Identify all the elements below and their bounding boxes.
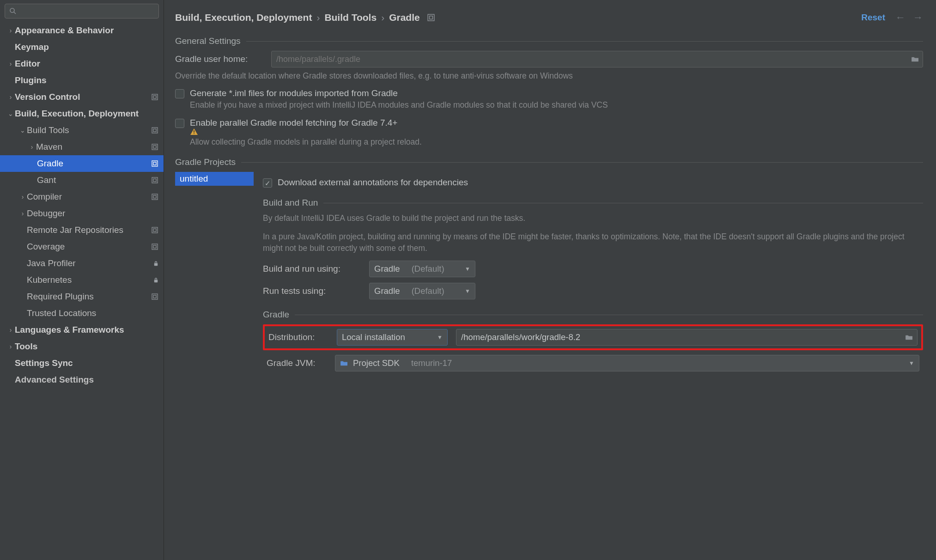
sidebar-item-compiler[interactable]: ›Compiler bbox=[0, 189, 164, 205]
project-scope-icon bbox=[151, 176, 159, 184]
crumb-2[interactable]: Build Tools bbox=[324, 12, 377, 23]
chevron-down-icon: ⌄ bbox=[18, 127, 27, 134]
settings-main: Build, Execution, Deployment › Build Too… bbox=[164, 0, 936, 560]
sidebar-item-java-profiler[interactable]: Java Profiler bbox=[0, 255, 164, 272]
sidebar-item-keymap[interactable]: Keymap bbox=[0, 39, 164, 55]
svg-rect-16 bbox=[152, 244, 158, 250]
parallel-fetch-hint: Allow collecting Gradle models in parall… bbox=[190, 136, 422, 148]
run-tests-label: Run tests using: bbox=[263, 286, 360, 296]
project-scope-icon bbox=[151, 226, 159, 234]
download-annotations-checkbox[interactable] bbox=[263, 178, 272, 188]
gradle-project-item[interactable]: untitled bbox=[175, 172, 254, 186]
svg-rect-24 bbox=[194, 130, 194, 133]
sidebar-item-advanced[interactable]: Advanced Settings bbox=[0, 371, 164, 388]
build-run-desc1: By default IntelliJ IDEA uses Gradle to … bbox=[263, 213, 923, 224]
chevron-right-icon: › bbox=[18, 210, 27, 217]
reset-link[interactable]: Reset bbox=[861, 12, 885, 23]
svg-rect-20 bbox=[152, 294, 158, 299]
svg-rect-13 bbox=[153, 195, 156, 198]
svg-rect-11 bbox=[153, 179, 156, 182]
sidebar-item-editor[interactable]: ›Editor bbox=[0, 55, 164, 72]
svg-rect-7 bbox=[153, 146, 156, 148]
generate-iml-checkbox[interactable] bbox=[175, 89, 184, 98]
folder-icon[interactable] bbox=[905, 334, 913, 341]
svg-rect-10 bbox=[152, 177, 158, 183]
project-scope-icon bbox=[151, 126, 159, 134]
project-scope-icon bbox=[151, 93, 159, 101]
chevron-right-icon: › bbox=[6, 93, 15, 101]
generate-iml-hint: Enable if you have a mixed project with … bbox=[190, 99, 608, 111]
sidebar-item-settings-sync[interactable]: Settings Sync bbox=[0, 355, 164, 371]
sidebar-item-build-tools[interactable]: ⌄Build Tools bbox=[0, 122, 164, 139]
back-arrow-icon[interactable]: ← bbox=[895, 12, 906, 24]
sidebar-item-tools[interactable]: ›Tools bbox=[0, 338, 164, 355]
sidebar-item-gradle[interactable]: Gradle bbox=[0, 155, 164, 172]
generate-iml-label: Generate *.iml files for modules importe… bbox=[190, 88, 608, 98]
sidebar-item-remote-jar[interactable]: Remote Jar Repositories bbox=[0, 222, 164, 238]
svg-rect-25 bbox=[194, 133, 194, 134]
chevron-right-icon: › bbox=[28, 143, 36, 151]
svg-rect-14 bbox=[152, 227, 158, 233]
sidebar-item-trusted[interactable]: Trusted Locations bbox=[0, 305, 164, 322]
distribution-label: Distribution: bbox=[268, 332, 328, 342]
chevron-right-icon: › bbox=[6, 326, 15, 334]
sidebar-item-debugger[interactable]: ›Debugger bbox=[0, 205, 164, 222]
gradle-jvm-combo[interactable]: Project SDK temurin-17 ▼ bbox=[335, 355, 919, 371]
project-scope-icon bbox=[151, 193, 159, 201]
chevron-down-icon: ▼ bbox=[465, 266, 470, 272]
forward-arrow-icon[interactable]: → bbox=[913, 12, 923, 24]
build-using-combo[interactable]: Gradle (Default) ▼ bbox=[369, 261, 475, 277]
svg-rect-18 bbox=[154, 263, 158, 266]
svg-rect-3 bbox=[153, 96, 156, 98]
project-scope-icon bbox=[151, 159, 159, 168]
download-annotations-label: Download external annotations for depend… bbox=[278, 177, 468, 188]
chevron-down-icon: ▼ bbox=[437, 334, 443, 341]
sidebar-item-gant[interactable]: Gant bbox=[0, 172, 164, 189]
chevron-down-icon: ▼ bbox=[465, 288, 470, 294]
chevron-right-icon: › bbox=[316, 12, 320, 23]
sidebar-item-kubernetes[interactable]: Kubernetes bbox=[0, 272, 164, 288]
sidebar-item-plugins[interactable]: Plugins bbox=[0, 72, 164, 89]
gradle-project-list[interactable]: untitled bbox=[175, 172, 254, 371]
distribution-combo[interactable]: Local installation ▼ bbox=[337, 329, 448, 346]
run-tests-combo[interactable]: Gradle (Default) ▼ bbox=[369, 283, 475, 299]
svg-rect-6 bbox=[152, 144, 158, 150]
folder-icon[interactable] bbox=[911, 56, 919, 62]
folder-icon bbox=[340, 360, 348, 366]
chevron-right-icon: › bbox=[18, 193, 27, 201]
distribution-path-input[interactable]: /home/parallels/work/gradle-8.2 bbox=[456, 329, 918, 346]
svg-rect-4 bbox=[152, 128, 158, 133]
svg-point-0 bbox=[10, 8, 14, 12]
sidebar-item-vcs[interactable]: ›Version Control bbox=[0, 89, 164, 105]
sidebar-item-maven[interactable]: ›Maven bbox=[0, 139, 164, 155]
gradle-jvm-label: Gradle JVM: bbox=[267, 358, 327, 368]
svg-rect-22 bbox=[428, 14, 434, 21]
build-using-label: Build and run using: bbox=[263, 264, 360, 274]
gradle-user-home-input[interactable] bbox=[271, 51, 923, 67]
parallel-fetch-label: Enable parallel Gradle model fetching fo… bbox=[190, 118, 422, 135]
sidebar-item-appearance[interactable]: ›Appearance & Behavior bbox=[0, 22, 164, 39]
lock-icon bbox=[153, 261, 159, 267]
sidebar-item-required-plugins[interactable]: Required Plugins bbox=[0, 288, 164, 305]
chevron-down-icon: ⌄ bbox=[6, 110, 15, 117]
section-build-run: Build and Run bbox=[263, 198, 318, 208]
project-scope-icon bbox=[151, 292, 159, 301]
chevron-right-icon: › bbox=[6, 27, 15, 34]
distribution-highlight: Distribution: Local installation ▼ /home… bbox=[263, 324, 923, 350]
search-icon bbox=[9, 7, 17, 15]
section-gradle: Gradle bbox=[263, 310, 289, 320]
parallel-fetch-checkbox[interactable] bbox=[175, 119, 184, 128]
sidebar-item-build[interactable]: ⌄Build, Execution, Deployment bbox=[0, 105, 164, 122]
chevron-down-icon: ▼ bbox=[909, 360, 914, 366]
svg-rect-23 bbox=[429, 16, 432, 19]
warning-icon bbox=[190, 128, 422, 135]
svg-rect-2 bbox=[152, 94, 158, 100]
project-scope-icon bbox=[151, 143, 159, 151]
lock-icon bbox=[153, 277, 159, 283]
svg-rect-17 bbox=[153, 245, 156, 248]
crumb-1[interactable]: Build, Execution, Deployment bbox=[175, 12, 312, 23]
search-input[interactable] bbox=[5, 4, 159, 18]
sidebar-item-languages[interactable]: ›Languages & Frameworks bbox=[0, 322, 164, 338]
sidebar-item-coverage[interactable]: Coverage bbox=[0, 238, 164, 255]
chevron-right-icon: › bbox=[6, 60, 15, 67]
